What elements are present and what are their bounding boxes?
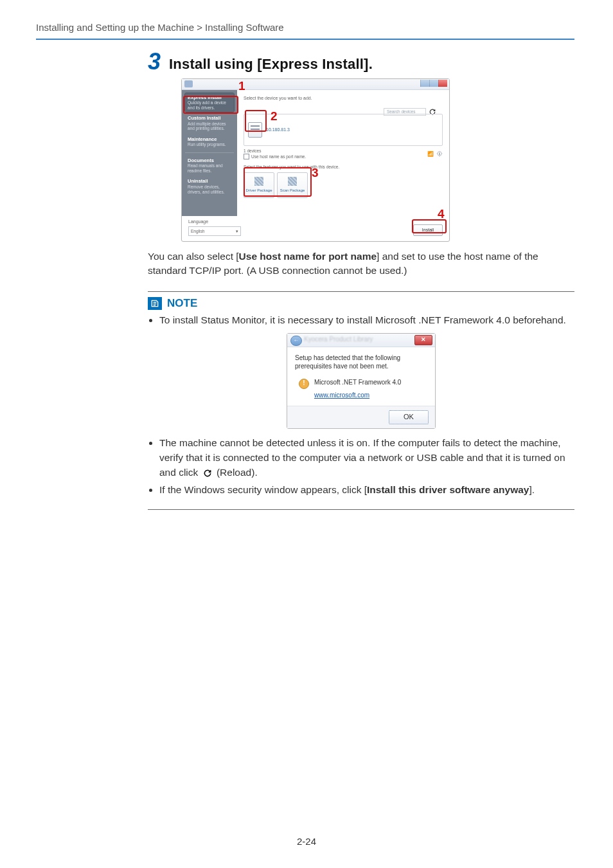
features-label: Select the features you want to use with… — [244, 164, 443, 170]
step-number: 3 — [148, 50, 160, 73]
sidebar-item-title: Documents — [188, 158, 231, 164]
feature-label: Driver Package — [245, 188, 272, 194]
window-buttons — [420, 80, 447, 87]
prerequisite-link[interactable]: www.microsoft.com — [314, 391, 369, 401]
note-item-security: If the Windows security window appears, … — [159, 482, 574, 497]
device-count: 1 devices — [244, 148, 306, 154]
device-ip: 10.180.81.3 — [266, 127, 290, 133]
note-item-status-monitor: To install Status Monitor, it is necessa… — [159, 312, 574, 327]
breadcrumb: Installing and Setting up the Machine > … — [36, 21, 574, 35]
info-icon[interactable]: 🛈 — [436, 150, 443, 157]
feature-driver-package[interactable]: Driver Package — [244, 172, 274, 198]
sidebar-item-title: Express Install — [188, 95, 231, 101]
ok-button[interactable]: OK — [389, 410, 429, 424]
sidebar-item-title: Maintenance — [188, 137, 231, 143]
install-button[interactable]: Install — [413, 224, 443, 236]
package-icon — [288, 177, 297, 186]
sidebar-item-documents[interactable]: Documents Read manuals and readme files. — [185, 156, 234, 176]
prerequisite-dialog: ← Kyocera Product Library ✕ Setup has de… — [287, 333, 436, 429]
sidebar-item-express[interactable]: Express Install Quickly add a device and… — [185, 93, 234, 113]
installer-sidebar: Express Install Quickly add a device and… — [182, 90, 237, 216]
reload-icon — [202, 468, 213, 478]
close-icon[interactable] — [438, 80, 447, 87]
note-icon — [148, 297, 162, 310]
sidebar-item-sub: Add multiple devices and printing utilit… — [188, 122, 231, 131]
printer-icon — [248, 122, 262, 138]
language-label: Language — [188, 219, 241, 225]
back-icon[interactable] — [184, 80, 193, 87]
body-paragraph: You can also select [Use host name for p… — [148, 249, 574, 278]
installer-titlebar — [182, 79, 449, 90]
prerequisite-item: ! Microsoft .NET Framework 4.0 www.micro… — [299, 378, 427, 401]
sidebar-item-title: Custom Install — [188, 116, 231, 122]
sidebar-item-sub: Quickly add a device and its drivers. — [188, 100, 231, 110]
checkbox-icon — [244, 154, 249, 159]
warning-icon: ! — [299, 379, 309, 389]
sidebar-item-sub: Remove devices, drivers, and utilities. — [188, 185, 231, 194]
language-select[interactable]: English ▾ — [188, 226, 241, 236]
header-rule — [36, 39, 574, 40]
use-host-label: Use host name as port name. — [251, 154, 306, 159]
feature-label: Scan Package — [280, 188, 305, 194]
page-number: 2-24 — [0, 835, 613, 849]
select-device-label: Select the device you want to add. — [244, 95, 443, 102]
use-host-checkbox[interactable]: Use host name as port name. — [244, 154, 306, 159]
network-icon[interactable]: 📶 — [427, 150, 434, 157]
dialog-title: Kyocera Product Library — [304, 334, 418, 347]
dialog-titlebar: ← Kyocera Product Library ✕ — [287, 334, 435, 347]
sidebar-item-sub: Read manuals and readme files. — [188, 163, 231, 173]
sidebar-item-maintenance[interactable]: Maintenance Run utility programs. — [185, 135, 234, 149]
minimize-icon[interactable] — [420, 80, 429, 87]
maximize-icon[interactable] — [429, 80, 438, 87]
step-heading: Install using [Express Install]. — [169, 54, 373, 75]
device-list[interactable]: 10.180.81.3 — [244, 114, 443, 146]
installer-dialog: Express Install Quickly add a device and… — [181, 78, 450, 242]
language-value: English — [191, 228, 204, 234]
installer-main: Select the device you want to add. Searc… — [237, 90, 449, 216]
feature-scan-package[interactable]: Scan Package — [277, 172, 308, 198]
note-block: NOTE To install Status Monitor, it is ne… — [148, 291, 574, 510]
back-icon[interactable]: ← — [290, 336, 302, 346]
sidebar-item-custom[interactable]: Custom Install Add multiple devices and … — [185, 114, 234, 133]
sidebar-item-title: Uninstall — [188, 179, 231, 185]
dialog-message: Setup has detected that the following pr… — [295, 354, 427, 370]
close-icon[interactable]: ✕ — [414, 335, 432, 345]
sidebar-item-uninstall[interactable]: Uninstall Remove devices, drivers, and u… — [185, 177, 234, 196]
sidebar-item-sub: Run utility programs. — [188, 142, 231, 147]
note-item-detection: The machine cannot be detected unless it… — [159, 435, 574, 480]
note-label: NOTE — [167, 296, 197, 312]
prerequisite-name: Microsoft .NET Framework 4.0 — [314, 378, 401, 388]
sidebar-separator — [185, 152, 234, 153]
chevron-down-icon: ▾ — [236, 228, 238, 234]
package-icon — [254, 177, 263, 186]
